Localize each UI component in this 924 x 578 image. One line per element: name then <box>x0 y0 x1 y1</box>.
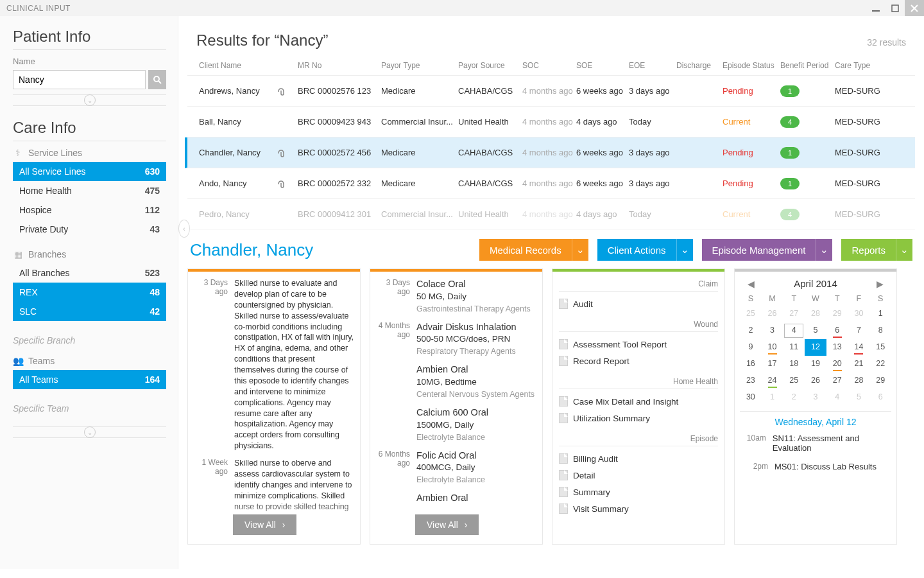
branch-item[interactable]: All Branches523 <box>13 263 166 283</box>
patient-info-expander[interactable]: ⌄ <box>13 94 166 106</box>
branch-item[interactable]: REX48 <box>13 283 166 302</box>
table-row[interactable]: Ando, NancyBRC 00002572 332MedicareCAHAB… <box>187 168 915 199</box>
chevron-down-icon[interactable]: ⌄ <box>572 239 588 261</box>
column-header[interactable]: MR No <box>298 61 381 70</box>
cal-day[interactable]: 5 <box>805 322 826 339</box>
close-button[interactable] <box>905 0 924 16</box>
cal-day[interactable]: 28 <box>805 306 826 322</box>
column-header[interactable]: Care Type <box>835 61 885 70</box>
service-line-item[interactable]: All Service Lines630 <box>13 162 166 181</box>
cal-next-button[interactable]: ▶ <box>873 279 887 289</box>
cal-day[interactable]: 26 <box>762 306 783 322</box>
cal-day[interactable]: 20 <box>826 356 848 372</box>
chevron-down-icon[interactable]: ⌄ <box>676 239 693 261</box>
client-actions-button[interactable]: Client Actions⌄ <box>597 239 693 261</box>
column-header[interactable]: Client Name <box>199 61 276 70</box>
table-row[interactable]: Andrews, NancyBRC 00002576 123MedicareCA… <box>187 76 915 107</box>
column-header[interactable]: Payor Source <box>458 61 522 70</box>
cal-day[interactable]: 28 <box>848 372 870 389</box>
column-header[interactable]: Payor Type <box>381 61 458 70</box>
cal-day[interactable]: 11 <box>783 339 805 356</box>
branch-item[interactable]: SLC42 <box>13 302 166 321</box>
cal-day[interactable]: 8 <box>869 322 891 339</box>
column-header[interactable]: Benefit Period <box>780 61 835 70</box>
column-header[interactable]: SOE <box>576 61 629 70</box>
cal-day[interactable]: 26 <box>805 372 826 389</box>
team-item[interactable]: All Teams164 <box>13 370 166 389</box>
cal-day[interactable]: 25 <box>740 306 762 322</box>
cal-day[interactable]: 19 <box>805 356 826 372</box>
document-icon <box>559 487 568 497</box>
cal-day[interactable]: 18 <box>783 356 805 372</box>
episode-management-button[interactable]: Episode Management⌄ <box>702 239 833 261</box>
cal-day[interactable]: 14 <box>848 339 870 356</box>
cal-day[interactable]: 15 <box>869 339 891 356</box>
column-header[interactable]: Episode Status <box>723 61 780 70</box>
cal-day[interactable]: 9 <box>740 339 762 356</box>
column-header[interactable]: SOC <box>522 61 576 70</box>
report-item[interactable]: Record Report <box>559 353 718 369</box>
agenda-item[interactable]: 10amSN11: Assessment and Evaluation <box>740 434 891 453</box>
report-item[interactable]: Billing Audit <box>559 450 718 467</box>
cal-day[interactable]: 3 <box>805 389 826 406</box>
column-header[interactable]: EOE <box>629 61 676 70</box>
cal-day[interactable]: 24 <box>762 372 783 389</box>
cal-day[interactable]: 16 <box>740 356 762 372</box>
cal-day[interactable]: 27 <box>826 372 848 389</box>
cal-day[interactable]: 5 <box>848 389 870 406</box>
cal-day[interactable]: 13 <box>826 339 848 356</box>
cal-day[interactable]: 7 <box>848 322 870 339</box>
cal-day[interactable]: 30 <box>848 306 870 322</box>
report-item[interactable]: Assessment Tool Report <box>559 336 718 353</box>
meds-view-all-button[interactable]: View All› <box>415 514 479 535</box>
report-item[interactable]: Audit <box>559 295 718 312</box>
agenda-item[interactable]: 2pmMS01: Discuss Lab Results <box>740 462 891 471</box>
cal-day[interactable]: 2 <box>740 322 762 339</box>
column-header[interactable]: Discharge <box>676 61 723 70</box>
sidebar-collapse-button[interactable]: ‹ <box>178 220 190 238</box>
service-line-item[interactable]: Home Health475 <box>13 181 166 200</box>
cal-day[interactable]: 1 <box>869 306 891 322</box>
search-button[interactable] <box>148 70 166 89</box>
chevron-down-icon[interactable]: ⌄ <box>896 239 912 261</box>
cal-day[interactable]: 12 <box>805 339 826 356</box>
medical-records-button[interactable]: Medical Records⌄ <box>479 239 588 261</box>
cal-day[interactable]: 3 <box>762 322 783 339</box>
reports-button[interactable]: Reports⌄ <box>841 239 912 261</box>
cal-day[interactable]: 6 <box>869 389 891 406</box>
care-info-expander[interactable]: ⌄ <box>13 426 166 438</box>
report-item[interactable]: Detail <box>559 467 718 484</box>
cal-day[interactable]: 22 <box>869 356 891 372</box>
service-line-item[interactable]: Hospice112 <box>13 200 166 220</box>
cal-day[interactable]: 10 <box>762 339 783 356</box>
cal-day[interactable]: 1 <box>762 389 783 406</box>
branch-placeholder[interactable]: Specific Branch <box>13 331 166 352</box>
name-input[interactable] <box>13 70 146 89</box>
minimize-button[interactable] <box>866 0 886 16</box>
report-item[interactable]: Summary <box>559 484 718 500</box>
cal-day[interactable]: 2 <box>783 389 805 406</box>
service-line-item[interactable]: Private Duty43 <box>13 220 166 239</box>
cal-day[interactable]: 4 <box>783 322 805 339</box>
cal-day[interactable]: 21 <box>848 356 870 372</box>
cal-day[interactable]: 25 <box>783 372 805 389</box>
cal-day[interactable]: 30 <box>740 389 762 406</box>
maximize-button[interactable] <box>886 0 905 16</box>
table-row[interactable]: Ball, NancyBRC 00009423 943Commercial In… <box>187 107 915 137</box>
cal-day[interactable]: 29 <box>869 372 891 389</box>
notes-view-all-button[interactable]: View All› <box>233 514 296 535</box>
cal-day[interactable]: 27 <box>783 306 805 322</box>
table-row[interactable]: Chandler, NancyBRC 00002572 456MedicareC… <box>185 137 915 168</box>
cal-day[interactable]: 17 <box>762 356 783 372</box>
report-item[interactable]: Utilization Summary <box>559 410 718 426</box>
cal-prev-button[interactable]: ◀ <box>744 279 758 289</box>
report-item[interactable]: Case Mix Detail and Insight <box>559 393 718 410</box>
cal-day[interactable]: 4 <box>826 389 848 406</box>
cal-day[interactable]: 6 <box>826 322 848 339</box>
cal-day[interactable]: 23 <box>740 372 762 389</box>
team-placeholder[interactable]: Specific Team <box>13 399 166 420</box>
chevron-down-icon[interactable]: ⌄ <box>816 239 832 261</box>
report-item[interactable]: Visit Summary <box>559 500 718 517</box>
table-row[interactable]: Pedro, NancyBRC 00009412 301Commercial I… <box>187 199 915 230</box>
cal-day[interactable]: 29 <box>826 306 848 322</box>
